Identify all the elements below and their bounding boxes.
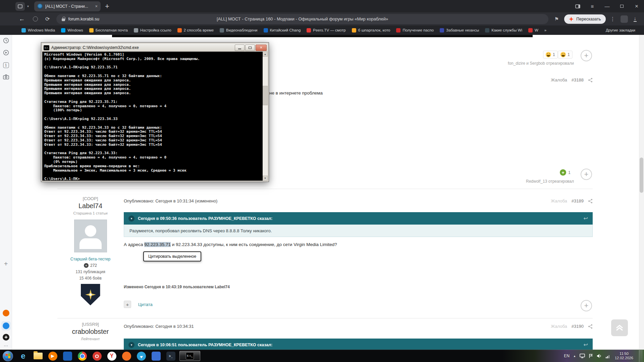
bookmark-item[interactable]: » <box>544 28 546 32</box>
author-name[interactable]: Label74 <box>57 202 123 210</box>
scroll-up-icon[interactable]: ▲ <box>263 52 268 57</box>
cmd-scrollbar-thumb[interactable] <box>263 86 268 105</box>
cmd-title-bar[interactable]: C:\ Администратор: C:\Windows\system32\c… <box>42 44 268 52</box>
share-icon[interactable] <box>588 324 593 329</box>
side-panel-icon[interactable] <box>570 0 585 12</box>
bookmark-item[interactable]: Бесплатная почта <box>89 28 128 33</box>
lock-icon[interactable] <box>62 18 65 21</box>
post-number-link[interactable]: #3190 <box>572 324 584 329</box>
taskbar-telegram[interactable]: ▸ <box>134 350 149 362</box>
reaction-badge[interactable]: 1 <box>558 51 573 59</box>
quote-toggle-icon[interactable]: ▾ <box>128 216 135 222</box>
taskbar-media-player[interactable]: ▶ <box>45 350 60 362</box>
author-name[interactable]: crabolobster <box>57 328 123 336</box>
back-button[interactable]: ← <box>19 15 25 22</box>
add-reaction-button[interactable]: + <box>581 169 592 180</box>
report-link[interactable]: Жалоба <box>551 198 567 203</box>
bookmark-item[interactable]: Видеонаблюдени <box>220 28 257 33</box>
taskbar-terminal[interactable]: >_ <box>163 350 178 362</box>
share-icon[interactable] <box>588 78 593 82</box>
bookmark-item[interactable]: Получение паспо <box>396 28 434 33</box>
menu-icon[interactable]: ≡ <box>585 0 600 12</box>
jump-to-post-icon[interactable]: ↩ <box>584 215 588 222</box>
bookmark-item[interactable]: Какие службы Wi <box>485 28 522 33</box>
share-icon[interactable] <box>588 199 593 203</box>
new-tab-button[interactable]: + <box>105 2 109 11</box>
history-icon[interactable] <box>3 38 9 44</box>
pinned-site-active[interactable] <box>1 321 11 330</box>
more-options-icon[interactable]: ⋮ <box>610 16 615 22</box>
pinned-site-orange-icon[interactable] <box>3 310 9 316</box>
network-icon[interactable] <box>605 354 610 358</box>
tab-close-icon[interactable]: × <box>95 4 98 9</box>
quote-button[interactable]: Цитата <box>138 302 153 307</box>
bookmark-item[interactable]: Windows <box>61 28 83 33</box>
quote-header[interactable]: ▾ Сегодня в 09:50:36 пользователь РАЗУМН… <box>124 212 593 225</box>
add-reaction-button[interactable]: + <box>581 50 592 61</box>
report-link[interactable]: Жалоба <box>551 324 567 329</box>
cmd-window[interactable]: C:\ Администратор: C:\Windows\system32\c… <box>41 42 269 182</box>
cmd-minimize-button[interactable] <box>235 45 245 51</box>
tab-count-badge[interactable]: 1 <box>3 62 9 68</box>
taskbar-file-explorer[interactable] <box>31 350 45 362</box>
display-icon[interactable] <box>580 354 585 358</box>
quote-toggle-icon[interactable]: ▾ <box>128 342 135 348</box>
summarize-button[interactable]: Пересказать <box>564 14 605 24</box>
clan-tag[interactable]: [USSR9] <box>57 322 123 327</box>
bookmark-item[interactable]: W <box>528 28 538 33</box>
bookmark-item[interactable]: Китайский Chang <box>264 28 301 33</box>
reload-button[interactable]: ⟳ <box>45 16 50 22</box>
tab-panel-button[interactable] <box>15 2 25 11</box>
bookmark-item[interactable]: б шпаргалок, кото <box>352 28 390 33</box>
maximize-button[interactable] <box>614 0 629 12</box>
clan-tag[interactable]: [COOP] <box>57 196 123 201</box>
bookmark-item[interactable]: Забавные нюансы <box>440 28 479 33</box>
taskbar-app-blue-doc[interactable] <box>149 350 163 362</box>
jump-to-post-icon[interactable]: ↩ <box>584 342 588 348</box>
keyboard-layout[interactable]: EN <box>564 354 570 358</box>
quote-selection-button[interactable]: Цитировать выделенное <box>143 251 201 261</box>
video-icon[interactable] <box>3 50 9 56</box>
add-reaction-button[interactable]: + <box>581 300 592 311</box>
clock[interactable]: 11:50 12.02.2026 <box>615 352 633 360</box>
taskbar-app-blue-tile[interactable] <box>60 350 75 362</box>
url-text[interactable]: forum.korabli.su <box>68 16 99 21</box>
screenshot-icon[interactable] <box>3 74 9 79</box>
profile-icon[interactable] <box>33 16 38 21</box>
close-button[interactable]: × <box>629 0 644 12</box>
multiquote-button[interactable]: + <box>124 301 131 308</box>
taskbar-internet-explorer[interactable]: e <box>16 350 31 362</box>
taskbar-app-orange-circle[interactable] <box>119 350 134 362</box>
volume-icon[interactable] <box>597 354 602 358</box>
bookmark-flag-icon[interactable]: ⚑ <box>554 16 559 22</box>
hidden-icons-button[interactable]: ▲ <box>573 355 576 358</box>
post-number-link[interactable]: #3188 <box>572 77 584 82</box>
action-center-flag-icon[interactable] <box>589 354 593 358</box>
cmd-close-button[interactable]: × <box>256 45 267 51</box>
bookmark-item[interactable]: Настройка ссыло <box>134 28 171 33</box>
scroll-down-icon[interactable]: ▼ <box>263 176 268 181</box>
plus-reaction[interactable]: + 1 <box>560 169 571 176</box>
cmd-scrollbar[interactable]: ▲ ▼ <box>263 52 268 181</box>
extension-icon[interactable] <box>621 15 628 23</box>
pinned-site-star-icon[interactable] <box>3 334 9 341</box>
scroll-to-top-button[interactable] <box>611 319 628 336</box>
taskbar-opera[interactable]: O <box>90 350 104 362</box>
avatar[interactable] <box>74 220 107 252</box>
bookmark-item[interactable]: Peers.TV — смотр <box>307 28 345 33</box>
chevron-down-icon[interactable]: ▾ <box>27 4 29 8</box>
cmd-maximize-button[interactable] <box>245 45 255 51</box>
post-number-link[interactable]: #3189 <box>572 198 584 203</box>
minimize-button[interactable]: — <box>600 0 614 12</box>
browser-tab-active[interactable]: [ALL] МОСТ - Страни... × <box>34 1 101 11</box>
reaction-badge[interactable]: 1 <box>543 51 558 59</box>
add-panel-item-button[interactable]: + <box>4 260 8 268</box>
address-field[interactable]: forum.korabli.su [ALL] МОСТ - Страница 1… <box>56 14 548 24</box>
cmd-console[interactable]: Microsoft Windows [Version 6.1.7601](c) … <box>42 52 268 181</box>
bookmark-item[interactable]: Windows Media <box>21 28 55 33</box>
taskbar-yandex-browser[interactable]: Y <box>104 350 119 362</box>
downloads-icon[interactable]: ↓ <box>634 16 637 22</box>
taskbar-cmd-active[interactable]: C:\_ <box>179 351 200 361</box>
bookmark-item[interactable]: 2 способа време <box>177 28 214 33</box>
show-desktop-button[interactable] <box>639 350 643 362</box>
